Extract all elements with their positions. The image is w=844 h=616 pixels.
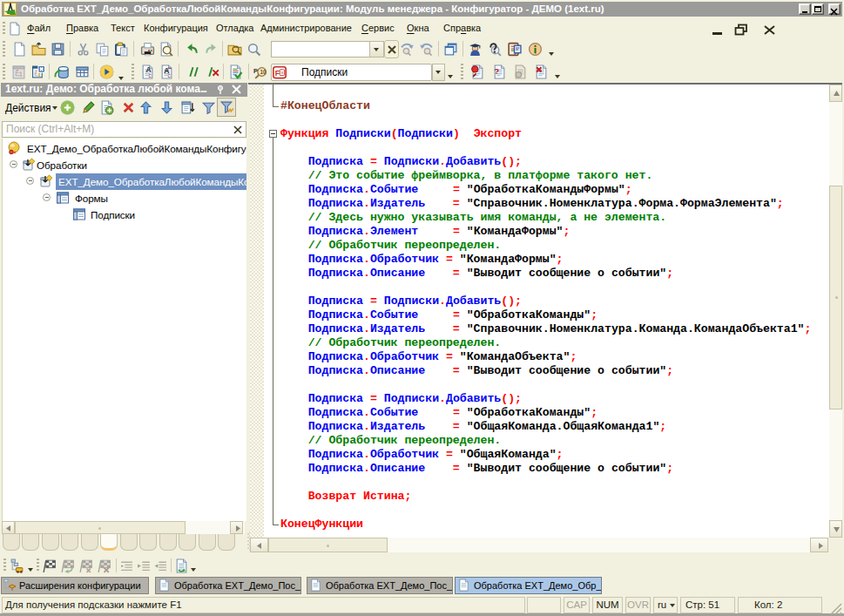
svg-text:F: F [275,69,280,78]
svg-text:P: P [253,67,258,75]
svg-text:?: ? [494,66,499,76]
svg-text:10: 10 [260,69,267,75]
svg-text:x: x [280,70,283,75]
